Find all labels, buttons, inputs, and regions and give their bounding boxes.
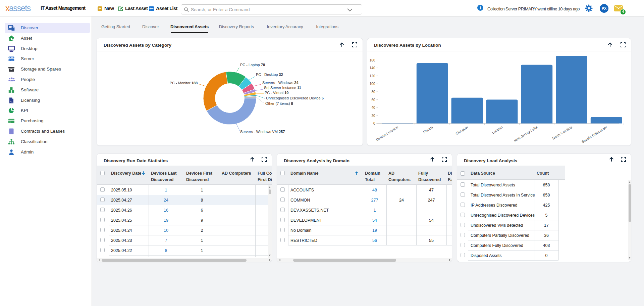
svg-text:20: 20 xyxy=(371,114,375,118)
svg-text:Default Location: Default Location xyxy=(375,125,399,142)
svg-text:Other (7 items) 8: Other (7 items) 8 xyxy=(265,101,293,105)
svg-text:160: 160 xyxy=(370,58,375,62)
svg-text:PC - Monitor 188: PC - Monitor 188 xyxy=(170,81,198,85)
svg-text:80: 80 xyxy=(371,90,375,94)
svg-text:New Jersey Labs: New Jersey Labs xyxy=(513,125,538,143)
svg-text:Sql Server Instance 11: Sql Server Instance 11 xyxy=(264,86,301,90)
svg-text:40: 40 xyxy=(371,106,375,110)
svg-text:60: 60 xyxy=(371,98,375,102)
svg-text:Servers - Windows VM 257: Servers - Windows VM 257 xyxy=(240,130,285,134)
svg-text:100: 100 xyxy=(370,82,375,86)
svg-text:London: London xyxy=(491,125,503,135)
svg-text:140: 140 xyxy=(370,66,375,70)
svg-text:Unrecognised Discovered Device: Unrecognised Discovered Device 5 xyxy=(266,96,324,100)
svg-text:PC - Virtual 10: PC - Virtual 10 xyxy=(265,91,288,95)
svg-text:Servers - Windows 24: Servers - Windows 24 xyxy=(262,81,299,85)
svg-text:0: 0 xyxy=(373,122,375,125)
svg-text:Florida: Florida xyxy=(422,125,434,134)
svg-text:Glasgow: Glasgow xyxy=(455,125,469,136)
svg-text:Seattle Datacenter: Seattle Datacenter xyxy=(581,125,608,144)
svg-text:120: 120 xyxy=(370,74,375,78)
svg-text:North Carolina: North Carolina xyxy=(551,125,573,140)
svg-text:PC - Desktop 32: PC - Desktop 32 xyxy=(256,73,283,77)
svg-text:PC - Laptop 78: PC - Laptop 78 xyxy=(240,63,265,67)
